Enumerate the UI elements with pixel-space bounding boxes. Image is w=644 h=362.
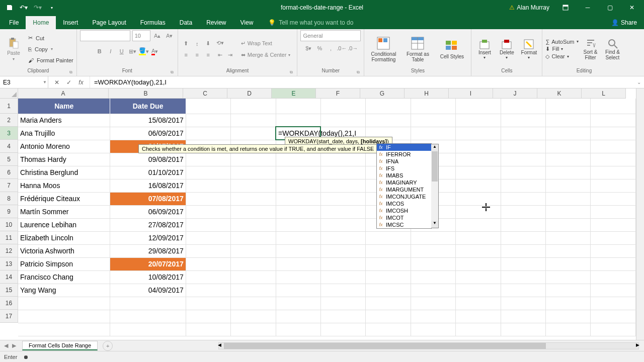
minimize-icon[interactable]: ─ [578, 0, 598, 15]
date-cell[interactable]: 10/08/2017 [110, 270, 186, 284]
italic-button[interactable]: I [106, 46, 116, 56]
tab-home[interactable]: Home [26, 16, 56, 29]
name-cell[interactable]: Patricio Simpson [18, 257, 110, 270]
sheet-nav-next-icon[interactable]: ▶ [12, 342, 16, 349]
tab-file[interactable]: File [2, 16, 26, 29]
chevron-down-icon[interactable]: ▼ [43, 80, 47, 84]
tab-data[interactable]: Data [173, 16, 199, 29]
date-cell[interactable]: 06/09/2017 [110, 205, 186, 218]
sheet-nav-prev-icon[interactable]: ◀ [4, 342, 8, 349]
row-header[interactable]: 7 [0, 179, 18, 192]
name-cell[interactable]: Hanna Moos [18, 179, 110, 192]
percent-format-icon[interactable]: % [314, 43, 325, 53]
row-header[interactable]: 14 [0, 270, 18, 284]
expand-formula-bar-icon[interactable]: ⌄ [634, 79, 644, 85]
font-size-select[interactable]: 10 [132, 30, 150, 41]
name-cell[interactable]: Frédérique Citeaux [18, 192, 110, 205]
column-header[interactable]: J [493, 88, 537, 99]
name-cell[interactable]: Maria Anders [18, 114, 110, 127]
formula-input[interactable]: =WORKDAY(today(),21,I [90, 78, 634, 86]
font-family-select[interactable] [80, 30, 130, 41]
macro-record-icon[interactable]: ⏺ [23, 354, 29, 360]
increase-font-icon[interactable]: A▴ [152, 31, 163, 41]
tell-me-search[interactable]: 💡 Tell me what you want to do [265, 16, 356, 29]
row-header[interactable]: 5 [0, 153, 18, 166]
paste-button[interactable]: Paste ▾ [3, 32, 24, 66]
autocomplete-scrollbar[interactable]: ▲ ▼ [431, 144, 439, 228]
close-icon[interactable]: ✕ [622, 0, 642, 15]
date-cell[interactable]: 20/07/2017 [110, 257, 186, 270]
row-header[interactable]: 6 [0, 166, 18, 179]
format-cells-button[interactable]: Format▾ [519, 39, 539, 60]
name-cell[interactable]: Antonio Moreno [18, 140, 110, 153]
date-cell[interactable]: 07/08/2017 [110, 192, 186, 205]
row-header[interactable]: 10 [0, 218, 18, 231]
autocomplete-item[interactable]: fxIFS [377, 165, 431, 172]
tab-view[interactable]: View [233, 16, 261, 29]
fill-button[interactable]: ⬇Fill▾ [545, 46, 578, 52]
select-all-corner[interactable] [0, 88, 18, 99]
number-format-select[interactable]: General [300, 30, 361, 41]
decrease-font-icon[interactable]: A▾ [165, 31, 175, 41]
row-header[interactable]: 17 [0, 310, 18, 323]
date-cell[interactable]: 01/10/2017 [110, 166, 186, 179]
alignment-launcher-icon[interactable]: ⧉ [289, 70, 294, 75]
name-cell[interactable]: Thomas Hardy [18, 153, 110, 166]
row-header[interactable]: 2 [0, 114, 18, 127]
column-header[interactable]: D [227, 88, 272, 99]
column-header[interactable]: A [18, 88, 109, 99]
column-header[interactable]: I [449, 88, 493, 99]
scroll-down-icon[interactable]: ▼ [431, 221, 438, 228]
autocomplete-item[interactable]: fxIMAGINARY [377, 179, 431, 186]
cancel-formula-icon[interactable]: ✕ [51, 77, 62, 88]
row-header[interactable]: 3 [0, 127, 18, 140]
date-cell[interactable]: 04/09/2017 [110, 284, 186, 297]
name-cell[interactable]: Laurence Lebihan [18, 218, 110, 231]
row-header[interactable]: 13 [0, 257, 18, 270]
copy-button[interactable]: ⎘Copy▾ [28, 44, 73, 54]
date-cell[interactable]: 12/09/2017 [110, 231, 186, 244]
find-select-button[interactable]: Find & Select [603, 38, 623, 60]
row-header[interactable]: 11 [0, 231, 18, 244]
increase-decimal-icon[interactable]: .0← [337, 43, 347, 53]
horizontal-scrollbar[interactable]: ◀ ▶ [218, 342, 639, 349]
delete-cells-button[interactable]: Delete▾ [497, 39, 517, 60]
orientation-icon[interactable]: ⟲▾ [215, 38, 225, 48]
clear-button[interactable]: ◇Clear▾ [545, 53, 578, 60]
column-header[interactable]: H [405, 88, 449, 99]
autocomplete-item[interactable]: fxIMCONJUGATE [377, 193, 431, 200]
name-cell[interactable]: Martín Sommer [18, 205, 110, 218]
user-account[interactable]: ⚠ Alan Murray [509, 4, 549, 11]
column-header[interactable]: K [537, 88, 582, 99]
sort-filter-button[interactable]: Sort & Filter [581, 38, 601, 60]
name-box[interactable]: E3▼ [0, 76, 48, 88]
scroll-up-icon[interactable]: ▲ [431, 144, 438, 151]
tab-formulas[interactable]: Formulas [133, 16, 173, 29]
tab-insert[interactable]: Insert [56, 16, 85, 29]
date-cell[interactable]: 16/08/2017 [110, 179, 186, 192]
decrease-indent-icon[interactable]: ⇤ [215, 50, 225, 60]
row-header[interactable]: 12 [0, 244, 18, 257]
name-cell[interactable]: Christina Berglund [18, 166, 110, 179]
column-header-cell[interactable]: Date Due [110, 99, 186, 114]
share-button[interactable]: 👤 Share [604, 16, 644, 29]
align-bottom-icon[interactable]: ⬇ [203, 39, 213, 49]
column-header[interactable]: E [272, 88, 316, 99]
ribbon-display-icon[interactable] [555, 0, 576, 15]
bold-button[interactable]: B [95, 46, 105, 56]
autocomplete-item[interactable]: fxIMARGUMENT [377, 186, 431, 193]
conditional-formatting-button[interactable]: Conditional Formatting [367, 36, 399, 62]
date-cell[interactable]: 15/08/2017 [110, 114, 186, 127]
column-header[interactable]: B [109, 88, 183, 99]
align-top-icon[interactable]: ⬆ [181, 39, 191, 49]
format-painter-button[interactable]: 🖌Format Painter [28, 55, 73, 65]
align-center-icon[interactable]: ≡ [192, 50, 202, 60]
align-middle-icon[interactable]: ↕ [192, 39, 202, 49]
date-cell[interactable]: 29/08/2017 [110, 244, 186, 257]
vertical-scrollbar[interactable] [636, 88, 644, 340]
increase-indent-icon[interactable]: ⇥ [225, 50, 235, 60]
name-cell[interactable]: Ana Trujillo [18, 127, 110, 140]
autocomplete-item[interactable]: fxIMCOS [377, 200, 431, 207]
tab-review[interactable]: Review [199, 16, 233, 29]
undo-icon[interactable]: ↶▾ [17, 1, 30, 15]
